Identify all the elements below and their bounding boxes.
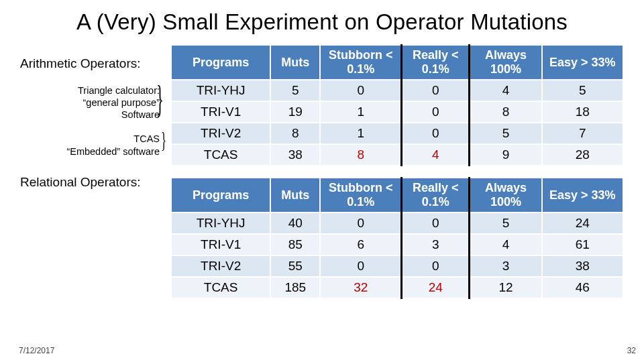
table-cell: 61 [542,234,623,255]
table-cell: 28 [542,144,623,166]
table-cell: TRI-YHJ [171,213,270,234]
table-row: TRI-V11910818 [171,101,623,123]
table-cell: 5 [470,123,542,144]
table-cell: 0 [320,213,401,234]
table-cell: TRI-V1 [171,101,270,123]
table-cell: 4 [470,234,542,255]
th-always: Always 100% [470,45,542,80]
table-cell: 8 [320,144,401,166]
table-cell: 9 [470,144,542,166]
table-row: TRI-V281057 [171,123,623,144]
brace-icon: } [161,129,166,152]
table-cell: 4 [470,80,542,101]
table-cell: 40 [270,213,320,234]
table-cell: 5 [470,213,542,234]
table-cell: 18 [542,101,623,123]
table-cell: TRI-YHJ [171,80,270,101]
left-column: Arithmetic Operators: } Triangle calcula… [20,44,166,299]
table-row: TCAS3884928 [171,144,623,166]
table-cell: 3 [470,255,542,277]
table-header-row: Programs Muts Stubborn < 0.1% Really < 0… [171,45,623,80]
note-line: TCAS [20,133,160,145]
table-row: TRI-YHJ50045 [171,80,623,101]
table-cell: 19 [270,101,320,123]
note-triangle: } Triangle calculator: “general purpose”… [20,84,160,121]
table-cell: 7 [542,123,623,144]
table-cell: 32 [320,277,401,298]
table-relational: Programs Muts Stubborn < 0.1% Really < 0… [170,177,624,299]
table-row: TCAS18532241246 [171,277,623,298]
table-cell: 0 [402,255,470,277]
note-tcas: } TCAS “Embedded” software [20,133,160,157]
table-cell: 24 [542,213,623,234]
note-line: Software [20,109,160,121]
note-line: “Embedded” software [20,145,160,158]
brace-icon: } [156,84,164,115]
table-cell: 85 [270,234,320,255]
table-cell: TCAS [171,277,270,298]
table-cell: 0 [402,123,470,144]
footer-slide-number: 32 [627,346,636,355]
th-stubborn: Stubborn < 0.1% [320,178,401,213]
th-easy: Easy > 33% [542,178,623,213]
table-cell: 0 [402,80,470,101]
table-cell: 0 [320,255,401,277]
table-cell: TRI-V2 [171,255,270,277]
table-header-row: Programs Muts Stubborn < 0.1% Really < 0… [171,178,623,213]
table-cell: 8 [270,123,320,144]
table-cell: TCAS [171,144,270,166]
table-cell: 5 [270,80,320,101]
table-row: TRI-V18563461 [171,234,623,255]
th-muts: Muts [270,45,320,80]
table-arithmetic: Programs Muts Stubborn < 0.1% Really < 0… [170,44,624,166]
table-cell: 0 [402,101,470,123]
table-cell: TRI-V1 [171,234,270,255]
table-cell: 46 [542,277,623,298]
table-cell: 24 [402,277,470,298]
table-row: TRI-YHJ4000524 [171,213,623,234]
table-cell: 3 [402,234,470,255]
table-cell: 55 [270,255,320,277]
footer-date: 7/12/2017 [19,346,54,355]
table-cell: 12 [470,277,542,298]
slide: A (Very) Small Experiment on Operator Mu… [0,0,644,362]
table-cell: 6 [320,234,401,255]
table-cell: 5 [542,80,623,101]
th-programs: Programs [171,45,270,80]
tables-area: Programs Muts Stubborn < 0.1% Really < 0… [170,44,624,299]
table-cell: 4 [402,144,470,166]
table-cell: 0 [402,213,470,234]
th-really: Really < 0.1% [402,178,470,213]
th-muts: Muts [270,178,320,213]
table-cell: 1 [320,101,401,123]
table-cell: 1 [320,123,401,144]
table-cell: 38 [270,144,320,166]
table-cell: 0 [320,80,401,101]
note-line: “general purpose” [20,97,160,109]
th-easy: Easy > 33% [542,45,623,80]
table-cell: TRI-V2 [171,123,270,144]
th-programs: Programs [171,178,270,213]
table-cell: 8 [470,101,542,123]
label-relational: Relational Operators: [20,175,166,190]
th-always: Always 100% [470,178,542,213]
table-cell: 185 [270,277,320,298]
slide-title: A (Very) Small Experiment on Operator Mu… [20,9,624,35]
label-arithmetic: Arithmetic Operators: [20,56,166,71]
content-area: Arithmetic Operators: } Triangle calcula… [20,44,624,299]
table-row: TRI-V25500338 [171,255,623,277]
note-line: Triangle calculator: [20,84,160,97]
th-stubborn: Stubborn < 0.1% [320,45,401,80]
th-really: Really < 0.1% [402,45,470,80]
table-cell: 38 [542,255,623,277]
